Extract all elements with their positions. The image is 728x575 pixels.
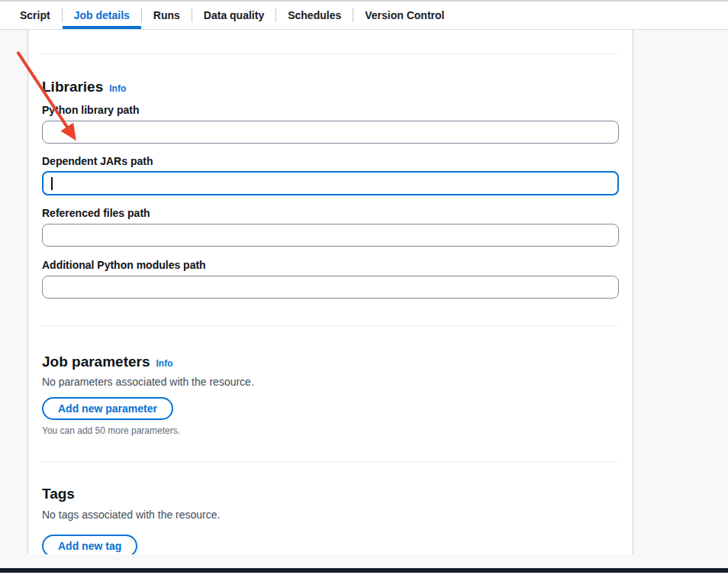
additional-python-modules-path-field [42, 276, 617, 299]
tab-version-control[interactable]: Version Control [353, 2, 456, 29]
referenced-files-path-input[interactable] [42, 224, 619, 247]
additional-python-modules-path-input[interactable] [42, 276, 619, 299]
tags-title-text: Tags [42, 486, 75, 502]
add-new-tag-button[interactable]: Add new tag [42, 535, 137, 554]
app-window: Script Job details Runs Data quality Sch… [0, 0, 728, 575]
section-divider [42, 325, 617, 326]
window-bottom-bar [0, 568, 728, 573]
libraries-heading: LibrariesInfo [42, 79, 617, 97]
referenced-files-path-label: Referenced files path [42, 206, 617, 220]
tags-empty-text: No tags associated with the resource. [42, 509, 617, 521]
python-library-path-field [42, 121, 617, 144]
additional-python-modules-path-label: Additional Python modules path [42, 258, 617, 272]
python-library-path-input[interactable] [42, 121, 619, 144]
job-parameters-title-text: Job parameters [42, 354, 150, 370]
tags-heading: Tags [42, 486, 617, 502]
tab-runs[interactable]: Runs [142, 2, 192, 29]
job-parameters-helper-text: You can add 50 more parameters. [42, 425, 617, 437]
libraries-info-link[interactable]: Info [109, 83, 126, 94]
text-cursor [51, 177, 53, 190]
job-parameters-empty-text: No parameters associated with the resour… [42, 376, 617, 388]
section-divider [42, 461, 617, 462]
tab-job-details[interactable]: Job details [63, 2, 141, 29]
add-new-parameter-button[interactable]: Add new parameter [42, 397, 173, 420]
content-panel: LibrariesInfo Python library path Depend… [27, 30, 633, 554]
referenced-files-path-field [42, 224, 617, 247]
dependent-jars-path-field [42, 171, 617, 195]
dependent-jars-path-input[interactable] [42, 171, 619, 195]
tab-data-quality[interactable]: Data quality [192, 2, 275, 29]
page-background: LibrariesInfo Python library path Depend… [0, 30, 728, 568]
job-parameters-info-link[interactable]: Info [156, 358, 173, 369]
libraries-title-text: Libraries [42, 79, 103, 95]
dependent-jars-path-label: Dependent JARs path [42, 154, 617, 168]
python-library-path-label: Python library path [42, 103, 617, 117]
tab-schedules[interactable]: Schedules [276, 2, 353, 29]
job-tabs: Script Job details Runs Data quality Sch… [0, 0, 728, 30]
section-divider [42, 53, 617, 54]
job-parameters-heading: Job parametersInfo [42, 354, 617, 372]
tab-script[interactable]: Script [8, 2, 62, 29]
